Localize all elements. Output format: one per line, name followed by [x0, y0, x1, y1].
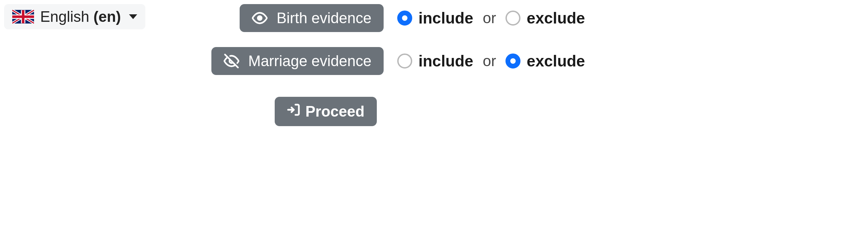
marriage-include-radio[interactable]: include [397, 52, 473, 70]
proceed-button[interactable]: Proceed [275, 97, 377, 126]
svg-point-1 [258, 16, 262, 20]
or-separator: or [483, 10, 496, 27]
radio-checked-icon [397, 11, 412, 26]
marriage-exclude-radio[interactable]: exclude [505, 52, 585, 70]
or-separator: or [483, 52, 496, 70]
caret-down-icon [129, 14, 137, 19]
radio-checked-icon [505, 54, 520, 69]
evidence-form: Birth evidence include or exclude [207, 4, 864, 126]
language-selector[interactable]: English (en) [4, 4, 145, 29]
birth-radio-group: include or exclude [397, 9, 585, 27]
birth-exclude-radio[interactable]: exclude [505, 9, 585, 27]
eye-off-icon [224, 53, 239, 69]
proceed-row: Proceed [207, 97, 864, 126]
uk-flag-icon [12, 10, 34, 24]
birth-evidence-pill[interactable]: Birth evidence [240, 4, 384, 32]
eye-icon [252, 10, 268, 26]
birth-include-radio[interactable]: include [397, 9, 473, 27]
marriage-include-label: include [418, 52, 473, 70]
radio-unchecked-icon [397, 54, 412, 69]
evidence-row-marriage: Marriage evidence include or exclude [207, 47, 864, 75]
marriage-evidence-pill[interactable]: Marriage evidence [211, 47, 384, 75]
marriage-exclude-label: exclude [527, 52, 585, 70]
marriage-radio-group: include or exclude [397, 52, 585, 70]
evidence-row-birth: Birth evidence include or exclude [207, 4, 864, 32]
birth-exclude-label: exclude [527, 9, 585, 27]
radio-unchecked-icon [505, 11, 520, 26]
proceed-label: Proceed [305, 103, 365, 120]
birth-evidence-label: Birth evidence [276, 10, 371, 27]
sign-in-icon [287, 103, 301, 120]
marriage-evidence-label: Marriage evidence [248, 52, 371, 70]
language-label: English (en) [40, 8, 121, 25]
birth-include-label: include [418, 9, 473, 27]
